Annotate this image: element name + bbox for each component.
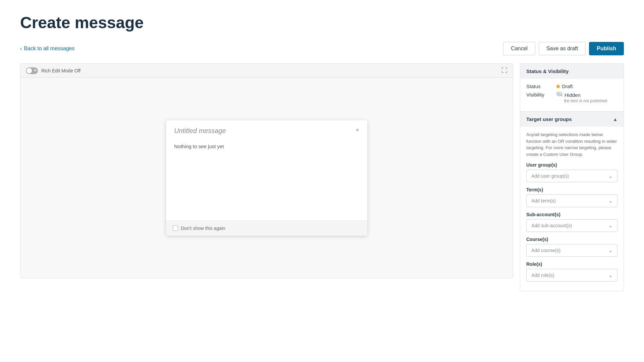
- terms-label: Term(s): [526, 187, 618, 192]
- role-dropdown[interactable]: Add role(s) ⌄: [526, 269, 618, 282]
- draft-dot-icon: [556, 85, 560, 88]
- user-group-label: User group(s): [526, 162, 618, 168]
- status-text: Draft: [562, 83, 573, 89]
- status-value: Draft: [556, 83, 573, 89]
- terms-chevron-icon: ⌄: [609, 198, 612, 203]
- hidden-eye-icon: [556, 92, 562, 98]
- dont-show-label: Don't show this again: [181, 226, 225, 231]
- role-chevron-icon: ⌄: [609, 273, 612, 278]
- rich-edit-toggle[interactable]: ✕: [26, 67, 38, 74]
- terms-placeholder: Add term(s): [531, 198, 556, 203]
- dont-show-checkbox[interactable]: [173, 226, 178, 231]
- user-group-chevron-icon: ⌄: [609, 174, 612, 179]
- editor-section: ✕ Rich Edit Mode Off ⛶ Untitled message …: [20, 63, 513, 279]
- action-buttons: Cancel Save as draft Publish: [503, 42, 624, 55]
- visibility-subtext: the item is not published: [564, 99, 607, 103]
- terms-field: Term(s) Add term(s) ⌄: [526, 187, 618, 207]
- role-label: Role(s): [526, 261, 618, 267]
- toggle-x-icon: ✕: [34, 68, 37, 73]
- back-chevron-icon: ‹: [20, 46, 22, 52]
- status-visibility-header: Status & Visibility: [520, 64, 624, 79]
- status-visibility-title: Status & Visibility: [526, 68, 569, 74]
- page-container: Create message ‹ Back to all messages Ca…: [0, 0, 644, 305]
- course-label: Course(s): [526, 237, 618, 242]
- page-title: Create message: [20, 13, 624, 32]
- subaccount-field: Sub-account(s) Add sub-account(s) ⌄: [526, 212, 618, 232]
- status-visibility-body: Status Draft Visibility: [520, 79, 624, 111]
- toggle-track[interactable]: ✕: [26, 67, 38, 74]
- mode-label: Rich Edit Mode Off: [41, 68, 80, 73]
- status-row: Status Draft: [526, 79, 618, 92]
- target-groups-body: Any/all targeting selections made below …: [520, 127, 624, 291]
- target-description: Any/all targeting selections made below …: [526, 131, 618, 158]
- user-group-dropdown[interactable]: Add user group(s) ⌄: [526, 170, 618, 182]
- visibility-text: Hidden: [565, 92, 581, 98]
- course-dropdown[interactable]: Add course(s) ⌄: [526, 244, 618, 257]
- toggle-thumb: [26, 68, 32, 73]
- editor-area: Untitled message × Nothing to see just y…: [20, 77, 513, 279]
- visibility-value: Hidden the item is not published: [556, 92, 607, 103]
- subaccount-placeholder: Add sub-account(s): [531, 223, 572, 228]
- publish-button[interactable]: Publish: [589, 42, 624, 55]
- collapse-icon[interactable]: ▲: [613, 117, 618, 122]
- visibility-block: Visibility: [526, 92, 618, 108]
- visibility-row: Hidden: [556, 92, 607, 98]
- target-groups-title: Target user groups: [526, 116, 572, 122]
- course-chevron-icon: ⌄: [609, 248, 612, 253]
- role-placeholder: Add role(s): [531, 273, 554, 278]
- toolbar-left: ✕ Rich Edit Mode Off: [26, 67, 80, 74]
- course-placeholder: Add course(s): [531, 248, 560, 253]
- card-body-text: Nothing to see just yet: [174, 143, 224, 149]
- main-content: ✕ Rich Edit Mode Off ⛶ Untitled message …: [20, 63, 624, 291]
- message-preview-card: Untitled message × Nothing to see just y…: [166, 120, 367, 236]
- subaccount-dropdown[interactable]: Add sub-account(s) ⌄: [526, 219, 618, 232]
- visibility-label: Visibility: [526, 92, 556, 98]
- course-field: Course(s) Add course(s) ⌄: [526, 237, 618, 257]
- expand-icon[interactable]: ⛶: [501, 67, 507, 74]
- subaccount-label: Sub-account(s): [526, 212, 618, 217]
- user-group-placeholder: Add user group(s): [531, 173, 569, 179]
- card-body: Nothing to see just yet: [166, 140, 367, 221]
- sidebar: Status & Visibility Status Draft Visibil…: [520, 63, 624, 291]
- back-to-messages-link[interactable]: ‹ Back to all messages: [20, 46, 75, 52]
- card-header: Untitled message ×: [166, 120, 367, 140]
- status-label: Status: [526, 83, 556, 89]
- terms-dropdown[interactable]: Add term(s) ⌄: [526, 194, 618, 207]
- card-title: Untitled message: [174, 127, 226, 135]
- top-bar: ‹ Back to all messages Cancel Save as dr…: [20, 42, 624, 55]
- target-groups-header: Target user groups ▲: [520, 111, 624, 127]
- subaccount-chevron-icon: ⌄: [609, 223, 612, 228]
- card-footer: Don't show this again: [166, 221, 367, 236]
- back-link-label: Back to all messages: [24, 46, 74, 52]
- cancel-button[interactable]: Cancel: [503, 42, 535, 55]
- role-field: Role(s) Add role(s) ⌄: [526, 261, 618, 282]
- editor-toolbar: ✕ Rich Edit Mode Off ⛶: [20, 63, 513, 77]
- user-group-field: User group(s) Add user group(s) ⌄: [526, 162, 618, 182]
- save-draft-button[interactable]: Save as draft: [539, 42, 586, 55]
- card-close-button[interactable]: ×: [356, 127, 359, 133]
